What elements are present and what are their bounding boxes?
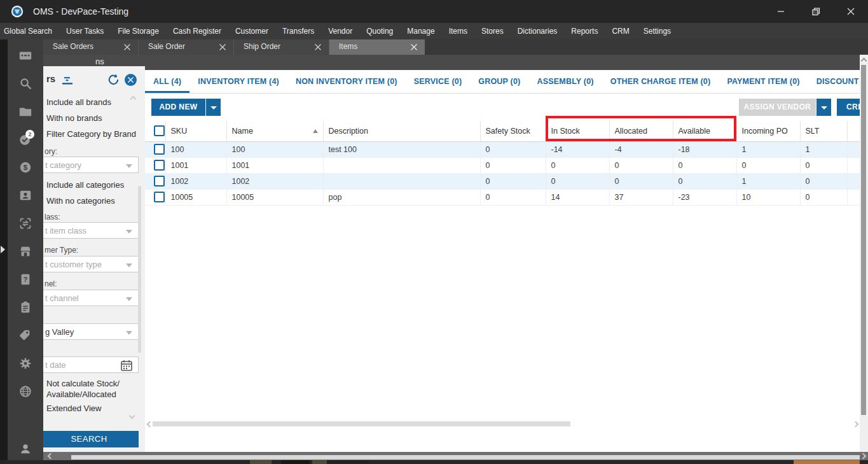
close-tab-icon[interactable] xyxy=(124,44,130,50)
category-dropdown[interactable]: t category xyxy=(43,157,139,173)
menu-item-file-storage[interactable]: File Storage xyxy=(111,23,166,39)
store-dropdown[interactable]: g Valley xyxy=(43,323,139,340)
cell-name-link[interactable]: 100 xyxy=(226,141,323,157)
cell-allocated[interactable]: -4 xyxy=(609,141,673,157)
close-tab-icon[interactable] xyxy=(411,44,417,50)
settings-gear-icon[interactable] xyxy=(18,356,32,370)
checkbox-filter-category-by-brand[interactable]: Filter Category by Brand xyxy=(46,129,136,139)
content-vscrollbar[interactable] xyxy=(860,55,868,452)
column-header-name[interactable]: Name xyxy=(226,121,323,141)
cell-available[interactable]: 0 xyxy=(673,157,736,173)
row-checkbox[interactable] xyxy=(154,144,165,155)
table-row[interactable]: 1002 1002 0 0 0 0 1 0 xyxy=(145,173,860,189)
tab-sale-orders[interactable]: Sale Orders xyxy=(43,39,139,55)
store-icon[interactable] xyxy=(18,244,32,258)
cell-available[interactable]: -18 xyxy=(673,141,736,157)
cell-slt[interactable]: 0 xyxy=(800,189,847,205)
checkbox-with-no-categories[interactable]: With no categories xyxy=(46,196,115,206)
row-checkbox[interactable] xyxy=(154,160,165,171)
checkbox-with-no-brands[interactable]: With no brands xyxy=(46,113,102,123)
menu-item-dictionaries[interactable]: Dictionaries xyxy=(511,23,565,39)
column-header-incoming-po[interactable]: Incoming PO xyxy=(736,121,800,141)
folder-icon[interactable] xyxy=(18,104,32,118)
checkbox-include-all-brands[interactable]: Include all brands xyxy=(46,97,111,107)
minimize-button[interactable] xyxy=(766,0,796,23)
cell-in-stock[interactable]: 14 xyxy=(546,189,609,205)
clear-filters-button[interactable] xyxy=(125,74,137,86)
row-checkbox[interactable] xyxy=(154,176,165,186)
cell-available[interactable]: 0 xyxy=(673,173,736,189)
cell-in-stock[interactable]: -14 xyxy=(546,141,609,157)
checkbox-not-calculate-stock[interactable]: Not calculate Stock/ xyxy=(46,379,120,388)
window-hscroll-right-icon[interactable] xyxy=(860,453,867,460)
tab-non-inventory-item[interactable]: NON INVENTORY ITEM (0) xyxy=(287,71,406,93)
expand-panel-arrow-icon[interactable] xyxy=(1,246,5,253)
tab-all[interactable]: ALL (4) xyxy=(145,71,189,93)
cell-allocated[interactable]: 37 xyxy=(609,189,673,205)
cell-slt[interactable]: 0 xyxy=(800,157,847,173)
menu-item-cash-register[interactable]: Cash Register xyxy=(166,23,228,39)
row-select-cell[interactable] xyxy=(145,173,165,189)
tab-inventory-item[interactable]: INVENTORY ITEM (4) xyxy=(189,71,287,93)
finance-dollar-icon[interactable]: $ xyxy=(18,160,32,174)
tab-payment-item[interactable]: PAYMENT ITEM (0) xyxy=(719,71,808,93)
menu-item-manage[interactable]: Manage xyxy=(400,23,441,39)
close-button[interactable] xyxy=(836,0,865,23)
menu-item-items[interactable]: Items xyxy=(442,23,474,39)
assign-vendor-dropdown-button[interactable] xyxy=(816,99,831,116)
item-class-dropdown[interactable]: t item class xyxy=(43,222,139,239)
table-row[interactable]: 10005 10005 pop 0 14 37 -23 10 0 xyxy=(145,189,860,205)
tab-assembly[interactable]: ASSEMBLY (0) xyxy=(528,71,602,93)
hscroll-left-icon[interactable] xyxy=(147,421,153,428)
tab-sale-order[interactable]: Sale Order xyxy=(139,39,234,55)
search-button[interactable]: SEARCH xyxy=(43,431,139,447)
add-new-dropdown-button[interactable] xyxy=(206,99,221,116)
tab-service[interactable]: SERVICE (0) xyxy=(406,71,471,93)
content-hscrollbar-thumb[interactable] xyxy=(153,421,570,426)
window-hscrollbar[interactable] xyxy=(43,452,868,460)
tab-items-active[interactable]: Items xyxy=(329,39,425,55)
assign-vendor-button[interactable]: ASSIGN VENDOR xyxy=(739,99,816,116)
transfers-icon[interactable] xyxy=(18,216,32,230)
tab-ship-order[interactable]: Ship Order xyxy=(234,39,329,55)
panel-scroll-up-icon[interactable] xyxy=(130,96,137,102)
customer-type-dropdown[interactable]: t customer type xyxy=(43,256,139,272)
checkbox-include-all-categories[interactable]: Include all categories xyxy=(46,180,124,190)
close-tab-icon[interactable] xyxy=(219,44,226,50)
menu-item-crm[interactable]: CRM xyxy=(605,23,636,39)
select-all-cell[interactable] xyxy=(145,121,165,141)
row-select-cell[interactable] xyxy=(145,141,165,157)
cell-slt[interactable]: 0 xyxy=(800,173,847,189)
clipboard-icon[interactable] xyxy=(18,300,32,314)
refresh-icon[interactable] xyxy=(107,73,120,86)
content-vscrollbar-thumb[interactable] xyxy=(861,65,866,415)
column-header-slt[interactable]: SLT xyxy=(800,121,847,141)
panel-scroll-down-icon[interactable] xyxy=(129,413,135,419)
row-checkbox[interactable] xyxy=(154,192,165,202)
cell-name-link[interactable]: 10005 xyxy=(226,189,323,205)
column-header-safety-stock[interactable]: Safety Stock xyxy=(480,121,546,141)
cell-incoming-po[interactable]: 1 xyxy=(736,141,800,157)
search-icon[interactable] xyxy=(18,76,32,90)
cell-incoming-po[interactable]: 1 xyxy=(736,173,800,189)
user-icon[interactable] xyxy=(18,442,32,456)
menu-item-reports[interactable]: Reports xyxy=(564,23,605,39)
cell-in-stock[interactable]: 0 xyxy=(546,173,609,189)
tab-group[interactable]: GROUP (0) xyxy=(470,71,528,93)
cell-available[interactable]: -23 xyxy=(673,189,736,205)
cell-slt[interactable]: 1 xyxy=(800,141,847,157)
help-clipboard-icon[interactable]: ? xyxy=(18,272,32,286)
date-field[interactable]: t date xyxy=(43,356,139,373)
tab-other-charge-item[interactable]: OTHER CHARGE ITEM (0) xyxy=(602,71,719,93)
cell-name-link[interactable]: 1002 xyxy=(226,173,323,189)
contacts-icon[interactable] xyxy=(18,188,32,202)
panel-scrollbar[interactable] xyxy=(138,186,141,353)
menu-item-user-tasks[interactable]: User Tasks xyxy=(59,23,111,39)
calendar-icon[interactable] xyxy=(120,359,133,372)
cell-incoming-po[interactable]: 0 xyxy=(736,157,800,173)
cell-incoming-po[interactable]: 10 xyxy=(736,189,800,205)
add-new-button[interactable]: ADD NEW xyxy=(151,99,205,116)
menu-item-settings[interactable]: Settings xyxy=(637,23,678,39)
column-header-description[interactable]: Description xyxy=(323,121,480,141)
cell-allocated[interactable]: 0 xyxy=(609,173,673,189)
